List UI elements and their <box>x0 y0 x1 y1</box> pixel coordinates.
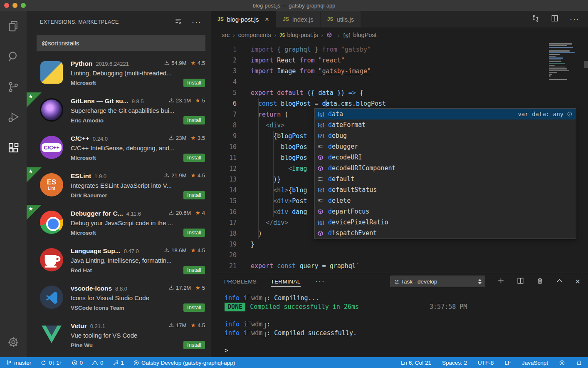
tab-index.js[interactable]: JSindex.js <box>276 11 321 27</box>
terminal-line: info iwdm: Compiled successfully. <box>225 329 588 338</box>
activitybar-source-control-icon[interactable] <box>0 72 27 102</box>
code-line-1[interactable]: 1import { graphql } from "gatsby" <box>211 44 588 55</box>
breadcrumb-item--function-[interactable] <box>326 32 334 38</box>
install-button[interactable]: Install <box>183 266 205 274</box>
extension-list-item[interactable]: C/C++C/C++0.24.023M★3.5C/C++ IntelliSens… <box>27 130 211 167</box>
editor-scrollbar[interactable] <box>584 61 588 68</box>
statusbar-tools[interactable]: 1 <box>113 360 124 366</box>
code-line-3[interactable]: 3import Image from "gatsby-image" <box>211 66 588 77</box>
breadcrumb-item-blog-post-js[interactable]: JSblog-post.js <box>279 32 318 38</box>
suggest-item-devicePixelRatio[interactable]: [@]devicePixelRatio <box>315 217 576 228</box>
code-line-6[interactable]: 6 const blogPost = data.cms.blogPost <box>211 98 588 109</box>
suggest-item-decodeURIComponent[interactable]: decodeURIComponent <box>315 163 576 174</box>
code-line-4[interactable]: 4 <box>211 77 588 87</box>
suggest-item-data[interactable]: [@]datavar data: any <box>315 109 576 119</box>
breadcrumb-item-blogPost[interactable]: [@]blogPost <box>343 32 376 38</box>
indent-guide <box>258 98 259 239</box>
suggest-item-dateFormat[interactable]: [@]dateFormat <box>315 119 576 130</box>
statusbar-label: Ln 6, Col 21 <box>401 360 431 366</box>
extension-installs: 20.6M <box>176 210 191 216</box>
suggest-item-default[interactable]: default <box>315 174 576 184</box>
code-line-2[interactable]: 2import React from "react" <box>211 55 588 66</box>
code-line-20[interactable]: 20 <box>211 250 588 261</box>
panel-tab-problems[interactable]: PROBLEMS <box>224 273 257 290</box>
statusbar-error-circle[interactable]: 0 <box>72 360 83 366</box>
new-terminal-icon[interactable] <box>497 277 505 286</box>
activitybar-debug-icon[interactable] <box>0 102 27 132</box>
extension-version: 8.8.0 <box>115 286 127 292</box>
close-tab-icon[interactable]: ✕ <box>264 16 269 22</box>
suggest-item-debugger[interactable]: debugger <box>315 141 576 152</box>
install-button[interactable]: Install <box>183 229 205 237</box>
extension-list-item[interactable]: ★GitLens — Git su...9.8.523.1M★5Supercha… <box>27 92 211 130</box>
terminal-output[interactable]: info iwdm: Compiling...DONE Compiled suc… <box>211 290 588 357</box>
info-icon[interactable] <box>567 111 573 117</box>
editor-more-actions-icon[interactable]: ··· <box>570 17 580 21</box>
breadcrumb-item-src[interactable]: src <box>222 32 230 38</box>
install-button[interactable]: Install <box>183 191 205 199</box>
install-button[interactable]: Install <box>183 303 205 312</box>
terminal-line: > <box>225 346 588 355</box>
suggest-item-departFocus[interactable]: departFocus <box>315 206 576 217</box>
statusbar-git-branch[interactable]: master <box>6 360 31 366</box>
code-line-5[interactable]: 5export default ({ data }) => { <box>211 87 588 98</box>
extension-list-item[interactable]: Language Sup...0.47.018.6M★4.5Java Linti… <box>27 242 211 280</box>
suggest-item-dispatchEvent[interactable]: dispatchEvent <box>315 228 576 239</box>
code-editor[interactable]: 1import { graphql } from "gatsby"2import… <box>211 42 588 273</box>
statusbar-lf[interactable]: LF <box>504 360 511 366</box>
install-button[interactable]: Install <box>183 154 205 162</box>
statusbar-ln-6-col-21[interactable]: Ln 6, Col 21 <box>401 360 431 366</box>
breadcrumb-item-components[interactable]: components <box>238 32 271 38</box>
statusbar-javascript[interactable]: JavaScript <box>522 360 548 366</box>
statusbar-utf-8[interactable]: UTF-8 <box>478 360 494 366</box>
maximize-panel-icon[interactable] <box>556 277 563 286</box>
extension-list-item[interactable]: ★Debugger for C...4.11.620.6M★4Debug you… <box>27 205 211 242</box>
tab-utils.js[interactable]: JSutils.js <box>321 11 361 27</box>
tab-label: utils.js <box>337 16 354 23</box>
open-changes-icon[interactable] <box>531 14 540 24</box>
suggest-item-debug[interactable]: [@]debug <box>315 130 576 141</box>
statusbar-play-circle[interactable]: Gatsby Develop (gatsby-graphql-app) <box>133 360 235 366</box>
install-button[interactable]: Install <box>183 341 205 349</box>
terminal-task-select[interactable]: 2: Task - develop <box>390 276 485 287</box>
status-bar: master0↓ 1↑001Gatsby Develop (gatsby-gra… <box>0 357 588 368</box>
statusbar-warning-triangle[interactable]: 0 <box>92 360 104 366</box>
statusbar-bell[interactable] <box>576 360 582 366</box>
minimap[interactable] <box>549 43 584 81</box>
activitybar-search-icon[interactable] <box>0 41 27 72</box>
extensions-search-input[interactable] <box>37 35 205 51</box>
suggest-item-delete[interactable]: delete <box>315 195 576 206</box>
kill-terminal-icon[interactable] <box>536 277 544 286</box>
clear-extensions-filter-icon[interactable] <box>174 17 183 27</box>
install-button[interactable]: Install <box>183 79 205 87</box>
activitybar-explorer-icon[interactable] <box>0 11 27 41</box>
select-arrows-icon <box>478 279 482 284</box>
statusbar-spaces-2[interactable]: Spaces: 2 <box>442 360 467 366</box>
extension-list-item[interactable]: Vetur0.21.117M★4.5Vue tooling for VS Cod… <box>27 317 211 355</box>
activitybar-settings-icon[interactable] <box>0 327 27 357</box>
suggest-label: departFocus <box>328 208 369 215</box>
tools-icon <box>113 360 119 366</box>
extension-list-item[interactable]: ★ESLintESLint1.9.021.9M★4.5Integrates ES… <box>27 167 211 205</box>
tab-blog-post.js[interactable]: JSblog-post.js✕ <box>211 11 276 27</box>
split-editor-icon[interactable] <box>551 14 559 24</box>
extension-installs: 17M <box>176 322 186 328</box>
close-panel-icon[interactable]: ✕ <box>575 278 581 286</box>
code-line-19[interactable]: 19} <box>211 239 588 250</box>
panel-more-tabs-icon[interactable]: ··· <box>316 277 325 286</box>
sidebar-more-actions-icon[interactable]: ··· <box>192 20 202 24</box>
extension-list-item[interactable]: Python2019.6.2422154.9M★4.5Linting, Debu… <box>27 55 211 92</box>
symbol-keyword-icon <box>317 176 324 182</box>
suggest-item-defaultStatus[interactable]: [@]defaultStatus <box>315 184 576 195</box>
install-button[interactable]: Install <box>183 116 205 124</box>
extensions-list: Python2019.6.2422154.9M★4.5Linting, Debu… <box>27 55 211 357</box>
panel-tab-terminal[interactable]: TERMINAL <box>271 273 300 290</box>
suggest-item-decodeURI[interactable]: decodeURI <box>315 152 576 163</box>
statusbar-sync[interactable]: 0↓ 1↑ <box>40 360 62 366</box>
extension-list-item[interactable]: vscode-icons8.8.017.2M★5Icons for Visual… <box>27 280 211 317</box>
activitybar-extensions-icon[interactable] <box>0 132 27 163</box>
code-line-21[interactable]: 21export const query = graphql` <box>211 261 588 271</box>
statusbar-feedback[interactable] <box>559 360 565 366</box>
terminal-line: DONE Compiled successfully in 26ms3:57:5… <box>225 303 588 311</box>
split-terminal-icon[interactable] <box>516 277 524 286</box>
